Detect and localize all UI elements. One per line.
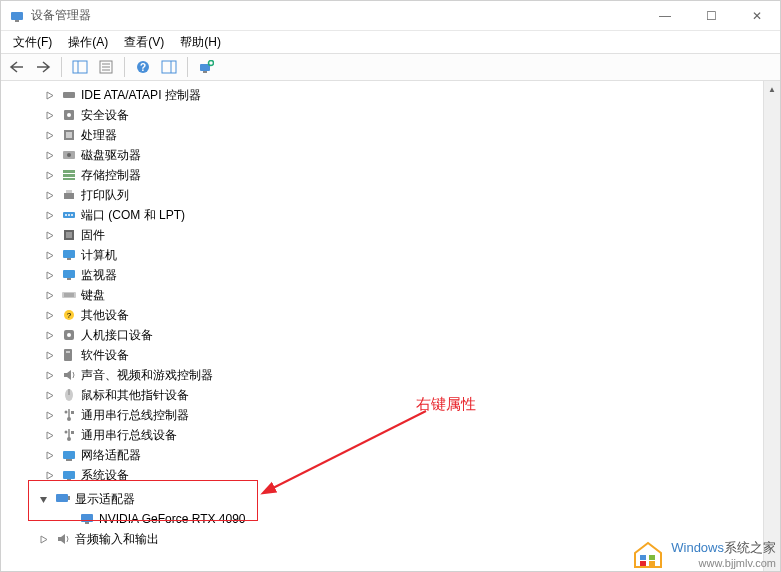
scan-hardware-button[interactable]	[194, 56, 218, 78]
tree-node[interactable]: 通用串行总线控制器	[7, 405, 780, 425]
tree-node-label: 安全设备	[81, 107, 129, 124]
minimize-button[interactable]: —	[642, 1, 688, 30]
expand-icon[interactable]	[37, 533, 49, 545]
tree-node[interactable]: ?其他设备	[7, 305, 780, 325]
properties-button[interactable]	[94, 56, 118, 78]
expand-icon[interactable]	[43, 409, 55, 421]
svg-rect-36	[67, 278, 71, 280]
tree-node-label: IDE ATA/ATAPI 控制器	[81, 87, 201, 104]
tree-node-label: 打印队列	[81, 187, 129, 204]
tree-node-display-adapters[interactable]: 显示适配器	[1, 489, 780, 509]
svg-rect-45	[66, 351, 70, 353]
tree-node[interactable]: 磁盘驱动器	[7, 145, 780, 165]
tree-node[interactable]: 监视器	[7, 265, 780, 285]
tree-node[interactable]: 存储控制器	[7, 165, 780, 185]
expand-icon[interactable]	[43, 329, 55, 341]
tree-node[interactable]: 网络适配器	[7, 445, 780, 465]
expand-icon[interactable]	[43, 169, 55, 181]
toolbar-separator	[124, 57, 125, 77]
tree-node-label: 固件	[81, 227, 105, 244]
expand-icon[interactable]	[43, 469, 55, 481]
show-hide-console-tree-button[interactable]	[68, 56, 92, 78]
expand-icon[interactable]	[43, 109, 55, 121]
expand-icon[interactable]	[43, 369, 55, 381]
tree-node[interactable]: 键盘	[7, 285, 780, 305]
expand-icon[interactable]	[43, 309, 55, 321]
tree-node-label: NVIDIA GeForce RTX 4090	[99, 512, 246, 526]
tree-node-label: 系统设备	[81, 467, 129, 484]
expander-placeholder	[61, 513, 73, 525]
tree-node-label: 处理器	[81, 127, 117, 144]
storage-icon	[61, 167, 77, 183]
tree-node[interactable]: 安全设备	[7, 105, 780, 125]
expand-icon[interactable]	[43, 89, 55, 101]
tree-node[interactable]: 系统设备	[7, 465, 780, 485]
tree-node[interactable]: 计算机	[7, 245, 780, 265]
expand-icon[interactable]	[43, 229, 55, 241]
menu-help[interactable]: 帮助(H)	[172, 32, 229, 53]
tree-node-label: 通用串行总线控制器	[81, 407, 189, 424]
expand-icon[interactable]	[43, 429, 55, 441]
expand-icon[interactable]	[43, 449, 55, 461]
speaker-icon	[55, 531, 71, 547]
svg-rect-24	[63, 178, 75, 180]
svg-rect-1	[15, 20, 19, 22]
vertical-scrollbar[interactable]: ▲	[763, 81, 780, 571]
tree-node-label: 磁盘驱动器	[81, 147, 141, 164]
menu-action[interactable]: 操作(A)	[60, 32, 116, 53]
scroll-up-button[interactable]: ▲	[764, 81, 780, 98]
tree-node-label: 其他设备	[81, 307, 129, 324]
device-tree[interactable]: IDE ATA/ATAPI 控制器安全设备处理器磁盘驱动器存储控制器打印队列端口…	[1, 81, 780, 489]
collapse-icon[interactable]	[37, 493, 49, 505]
port-icon	[61, 207, 77, 223]
expand-icon[interactable]	[43, 349, 55, 361]
expand-icon[interactable]	[43, 209, 55, 221]
svg-rect-65	[640, 555, 646, 560]
svg-rect-68	[649, 561, 655, 566]
tree-node[interactable]: 软件设备	[7, 345, 780, 365]
expand-icon[interactable]	[43, 249, 55, 261]
tree-node-label: 存储控制器	[81, 167, 141, 184]
monitor-icon	[79, 511, 95, 527]
close-button[interactable]: ✕	[734, 1, 780, 30]
tree-node[interactable]: 处理器	[7, 125, 780, 145]
window-title: 设备管理器	[31, 7, 642, 24]
svg-rect-67	[640, 561, 646, 566]
hid-icon	[61, 327, 77, 343]
forward-button[interactable]	[31, 56, 55, 78]
help-button[interactable]: ?	[131, 56, 155, 78]
expand-icon[interactable]	[43, 189, 55, 201]
menu-file[interactable]: 文件(F)	[5, 32, 60, 53]
tree-node[interactable]: 端口 (COM 和 LPT)	[7, 205, 780, 225]
tree-node[interactable]: IDE ATA/ATAPI 控制器	[7, 85, 780, 105]
tree-node-gpu[interactable]: NVIDIA GeForce RTX 4090	[1, 509, 780, 529]
tree-node-label: 声音、视频和游戏控制器	[81, 367, 213, 384]
software-icon	[61, 347, 77, 363]
svg-rect-61	[68, 496, 70, 500]
titlebar: 设备管理器 — ☐ ✕	[1, 1, 780, 31]
tree-node[interactable]: 固件	[7, 225, 780, 245]
window-controls: — ☐ ✕	[642, 1, 780, 30]
action-pane-button[interactable]	[157, 56, 181, 78]
expand-icon[interactable]	[43, 149, 55, 161]
svg-point-17	[67, 113, 71, 117]
svg-rect-34	[67, 258, 71, 260]
cpu-icon	[61, 127, 77, 143]
back-button[interactable]	[5, 56, 29, 78]
svg-rect-2	[73, 61, 87, 73]
expand-icon[interactable]	[43, 129, 55, 141]
tree-node[interactable]: 人机接口设备	[7, 325, 780, 345]
maximize-button[interactable]: ☐	[688, 1, 734, 30]
tree-node[interactable]: 鼠标和其他指针设备	[7, 385, 780, 405]
tree-node[interactable]: 通用串行总线设备	[7, 425, 780, 445]
network-icon	[61, 447, 77, 463]
expand-icon[interactable]	[43, 389, 55, 401]
tree-node[interactable]: 声音、视频和游戏控制器	[7, 365, 780, 385]
tree-node[interactable]: 打印队列	[7, 185, 780, 205]
expand-icon[interactable]	[43, 269, 55, 281]
tree-node-label: 计算机	[81, 247, 117, 264]
annotation-label: 右键属性	[416, 395, 476, 414]
menu-view[interactable]: 查看(V)	[116, 32, 172, 53]
svg-rect-32	[66, 232, 72, 238]
expand-icon[interactable]	[43, 289, 55, 301]
